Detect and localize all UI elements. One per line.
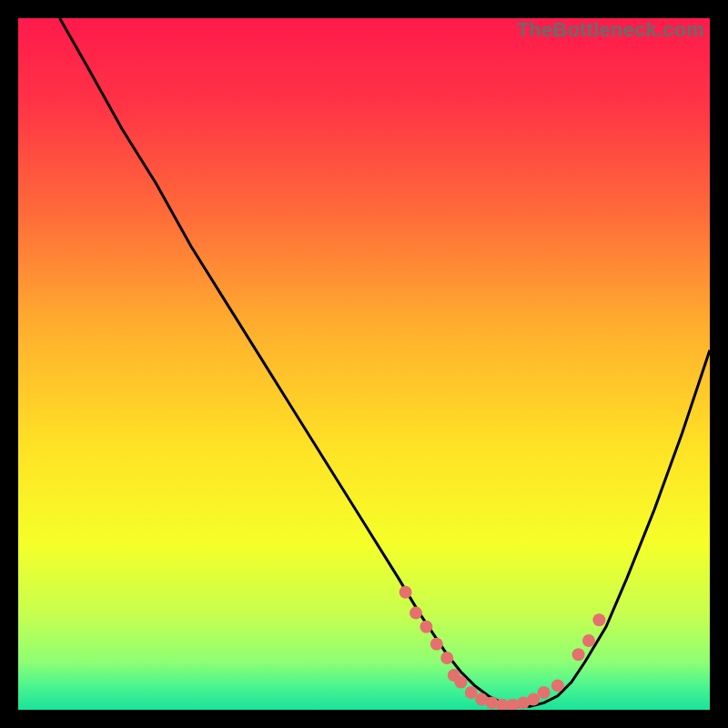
data-point <box>440 652 453 664</box>
watermark-text: TheBottleneck.com <box>517 18 704 42</box>
gradient-background <box>18 18 710 710</box>
data-point <box>430 638 443 651</box>
chart-frame: TheBottleneck.com <box>18 18 710 710</box>
data-point <box>551 679 564 692</box>
data-point <box>465 686 478 699</box>
data-point <box>538 686 551 699</box>
data-point <box>399 586 412 599</box>
data-point <box>410 607 422 620</box>
data-point <box>572 648 585 661</box>
data-point <box>592 613 605 626</box>
data-point <box>454 676 467 689</box>
data-point <box>420 621 432 633</box>
data-point <box>527 693 540 706</box>
data-point <box>582 634 595 647</box>
bottleneck-chart <box>18 18 710 710</box>
